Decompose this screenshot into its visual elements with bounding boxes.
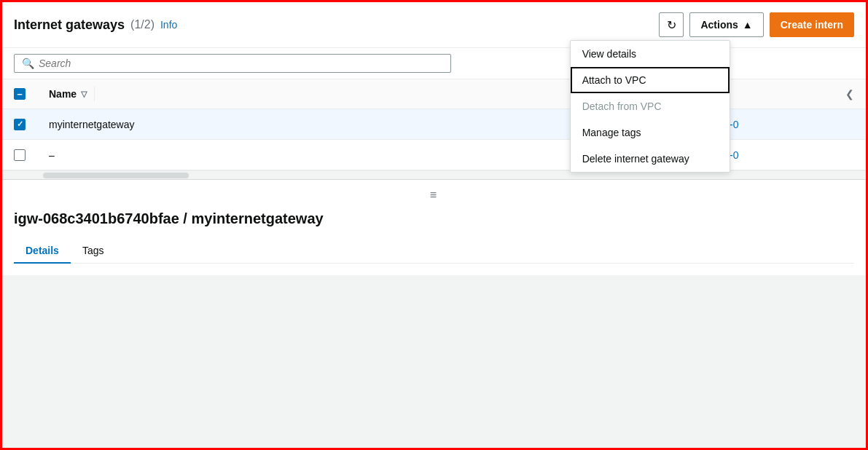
table-row: myinternetgateway igw-0 <box>2 109 866 140</box>
row-2-igw: igw-0 <box>708 142 854 168</box>
bottom-panel: ≡ igw-068c3401b6740bfae / myinternetgate… <box>2 180 866 275</box>
tab-details[interactable]: Details <box>14 239 71 264</box>
dropdown-item-delete-igw[interactable]: Delete internet gateway <box>571 146 730 172</box>
create-button[interactable]: Create intern <box>770 12 854 37</box>
actions-button[interactable]: Actions ▲ <box>689 12 763 37</box>
panel-collapse-icon[interactable]: ❮ <box>845 88 854 100</box>
drag-handle-icon: ≡ <box>430 189 438 202</box>
table-header: Name ▽ Inte ❮ <box>2 79 866 109</box>
col-name-label: Name <box>49 88 77 100</box>
search-bar: 🔍 <box>2 48 866 79</box>
tab-tags[interactable]: Tags <box>71 239 116 264</box>
scroll-bar-area <box>2 170 866 179</box>
main-container: Internet gateways (1/2) Info ↻ Actions ▲… <box>2 2 866 275</box>
col-divider <box>94 87 95 101</box>
row-2-checkbox[interactable] <box>14 149 26 161</box>
count-badge: (1/2) <box>130 18 155 31</box>
detail-title: igw-068c3401b6740bfae / myinternetgatewa… <box>14 210 854 227</box>
actions-label: Actions <box>700 19 738 31</box>
row-1-check[interactable] <box>14 111 43 138</box>
sort-icon[interactable]: ▽ <box>81 90 87 99</box>
row-1-checkbox[interactable] <box>14 119 26 130</box>
actions-wrapper: Actions ▲ View details Attach to VPC Det… <box>689 12 763 37</box>
title-area: Internet gateways (1/2) Info <box>14 17 653 33</box>
info-link[interactable]: Info <box>160 19 177 31</box>
row-2-check[interactable] <box>14 142 43 168</box>
select-all-checkbox[interactable] <box>14 88 26 100</box>
refresh-icon: ↻ <box>667 18 676 32</box>
table-row: – igw-0 <box>2 140 866 170</box>
detail-tabs: Details Tags <box>14 239 854 264</box>
dropdown-item-detach-vpc: Detach from VPC <box>571 93 730 119</box>
dropdown-item-manage-tags[interactable]: Manage tags <box>571 119 730 146</box>
actions-arrow-icon: ▲ <box>743 19 753 31</box>
refresh-button[interactable]: ↻ <box>659 12 684 37</box>
scroll-thumb[interactable] <box>43 173 189 178</box>
create-label: Create intern <box>781 19 843 31</box>
dropdown-item-view-details[interactable]: View details <box>571 41 730 67</box>
search-input[interactable] <box>39 58 257 69</box>
drag-handle[interactable]: ≡ <box>14 189 854 202</box>
search-icon: 🔍 <box>22 58 34 69</box>
select-all-check[interactable] <box>14 81 43 107</box>
top-panel: Internet gateways (1/2) Info ↻ Actions ▲… <box>2 2 866 180</box>
table-wrapper: Name ▽ Inte ❮ myinternetgateway igw- <box>2 79 866 179</box>
toolbar-actions: ↻ Actions ▲ View details Attach to VPC D… <box>659 12 854 37</box>
dropdown-item-attach-vpc[interactable]: Attach to VPC <box>571 67 730 93</box>
row-1-igw: igw-0 <box>708 111 854 138</box>
actions-dropdown: View details Attach to VPC Detach from V… <box>570 40 730 173</box>
search-input-wrapper: 🔍 <box>14 54 451 73</box>
toolbar: Internet gateways (1/2) Info ↻ Actions ▲… <box>2 2 866 48</box>
page-title: Internet gateways <box>14 17 125 33</box>
